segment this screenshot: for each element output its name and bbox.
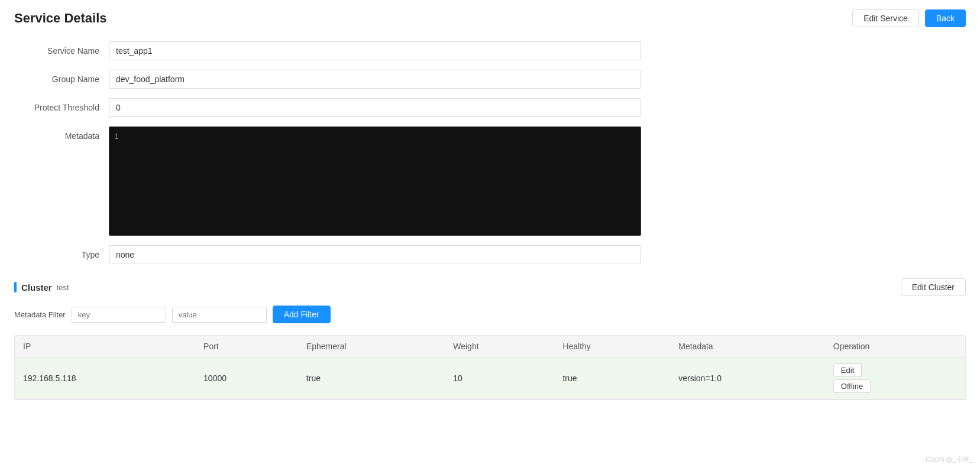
col-port: Port [195, 336, 298, 358]
op-offline-button[interactable]: Offline [833, 379, 871, 393]
op-edit-button[interactable]: Edit [833, 363, 862, 377]
cell-ip: 192.168.5.118 [15, 358, 195, 399]
back-button[interactable]: Back [925, 9, 966, 27]
table-header-row: IP Port Ephemeral Weight Healthy Metadat… [15, 336, 965, 358]
type-label: Type [14, 245, 109, 264]
cell-healthy: true [554, 358, 670, 399]
group-name-input[interactable] [109, 70, 641, 89]
col-ip: IP [15, 336, 195, 358]
table-row: 192.168.5.11810000true10trueversion=1.0E… [15, 358, 965, 399]
operation-buttons: EditOffline [833, 363, 957, 393]
cell-metadata: version=1.0 [670, 358, 825, 399]
cluster-header: Cluster test Edit Cluster [14, 278, 966, 296]
cluster-bar-icon [14, 282, 17, 293]
filter-row: Metadata Filter Add Filter [14, 306, 966, 323]
edit-service-button[interactable]: Edit Service [852, 9, 919, 27]
service-name-label: Service Name [14, 41, 109, 60]
col-operation: Operation [825, 336, 965, 358]
group-name-label: Group Name [14, 70, 109, 89]
cluster-title-label: Cluster [21, 282, 52, 293]
service-name-row: Service Name [14, 41, 966, 60]
add-filter-button[interactable]: Add Filter [273, 306, 331, 323]
col-healthy: Healthy [554, 336, 670, 358]
table-body: 192.168.5.11810000true10trueversion=1.0E… [15, 358, 965, 399]
protect-threshold-input[interactable] [109, 98, 641, 117]
metadata-row: Metadata 1 [14, 126, 966, 236]
service-form: Service Name Group Name Protect Threshol… [14, 41, 966, 264]
instances-table: IP Port Ephemeral Weight Healthy Metadat… [15, 336, 965, 399]
metadata-line-number: 1 [114, 132, 119, 141]
cell-weight: 10 [445, 358, 554, 399]
col-ephemeral: Ephemeral [298, 336, 445, 358]
page-header: Service Details Edit Service Back [14, 9, 966, 27]
cluster-section: Cluster test Edit Cluster Metadata Filte… [14, 278, 966, 400]
table-header: IP Port Ephemeral Weight Healthy Metadat… [15, 336, 965, 358]
metadata-label: Metadata [14, 126, 109, 145]
cell-port: 10000 [195, 358, 298, 399]
type-row: Type [14, 245, 966, 264]
cluster-name-badge: test [57, 283, 69, 292]
service-name-input[interactable] [109, 41, 641, 60]
instances-table-wrapper: IP Port Ephemeral Weight Healthy Metadat… [14, 335, 966, 400]
filter-label: Metadata Filter [14, 310, 66, 319]
group-name-row: Group Name [14, 70, 966, 89]
page-title: Service Details [14, 11, 107, 26]
col-metadata: Metadata [670, 336, 825, 358]
protect-threshold-label: Protect Threshold [14, 98, 109, 117]
metadata-editor[interactable]: 1 [109, 126, 641, 236]
filter-key-input[interactable] [72, 307, 166, 323]
col-weight: Weight [445, 336, 554, 358]
cluster-title-wrapper: Cluster test [14, 282, 69, 293]
type-input[interactable] [109, 245, 641, 264]
edit-cluster-button[interactable]: Edit Cluster [901, 278, 966, 296]
filter-value-input[interactable] [172, 307, 267, 323]
header-buttons: Edit Service Back [852, 9, 966, 27]
cell-operation: EditOffline [825, 358, 965, 399]
cell-ephemeral: true [298, 358, 445, 399]
protect-threshold-row: Protect Threshold [14, 98, 966, 117]
